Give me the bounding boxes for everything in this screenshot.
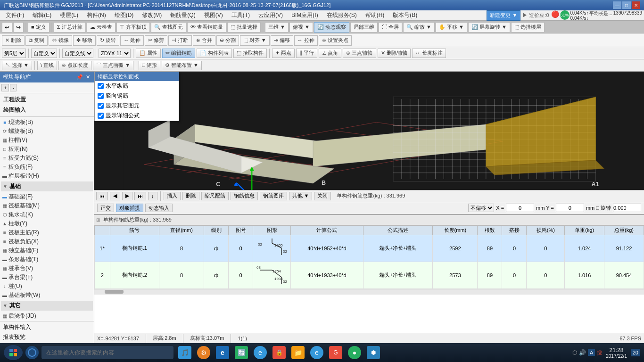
extend-btn[interactable]: ↔ 延伸 <box>120 35 144 46</box>
redo-btn[interactable]: ↪ <box>13 22 24 33</box>
line-type-select[interactable]: 自定义线 <box>62 49 93 58</box>
move-btn[interactable]: ✥ 移动 <box>73 35 96 46</box>
taskbar-search[interactable] <box>41 346 173 359</box>
point-length-btn[interactable]: ⊙ 点加长度 <box>58 61 91 70</box>
align-btn[interactable]: ⬚ 对齐 ▼ <box>240 35 270 46</box>
rebar-lib-btn[interactable]: 钢筋图库 <box>260 192 287 200</box>
three-point-axis-btn[interactable]: ⊙ 三点辅轴 <box>343 49 376 58</box>
tree-strip-found[interactable]: ▬ 条形基础(T) <box>1 255 93 264</box>
offset-btn[interactable]: ⇥ 偏移 <box>271 35 293 46</box>
minimize-button[interactable]: — <box>613 1 621 9</box>
tree-raft-neg[interactable]: ≡ 筏板负筋(X) <box>1 237 93 246</box>
floor-select[interactable]: 第5层 <box>2 49 26 58</box>
nav-down-btn[interactable]: ↓ <box>148 192 157 200</box>
nav-next-btn[interactable]: ▶ <box>122 192 132 200</box>
dynamic-view-btn[interactable]: 🔄 动态观察 <box>314 22 349 33</box>
local-3d-btn[interactable]: 局部三维 <box>350 22 378 33</box>
menu-modify[interactable]: 修改(M) <box>138 10 165 20</box>
batch-select-btn[interactable]: ⬚ 批量选择 <box>227 22 261 33</box>
tree-post-cast[interactable]: ▦ 后浇带(JD) <box>1 312 93 321</box>
arc-btn[interactable]: ⌒ 三点画弧 ▼ <box>93 61 133 70</box>
menu-help[interactable]: 帮助(H) <box>362 10 388 20</box>
panel-add-btn[interactable]: + <box>1 84 9 91</box>
merge-btn[interactable]: ⊕ 合并 <box>193 35 215 46</box>
tree-isolated-found[interactable]: ▦ 独立基础(F) <box>1 246 93 255</box>
table-row[interactable]: 1* 横向钢筋.1 8 ф 0 <box>95 235 644 262</box>
close-button[interactable]: ✕ <box>632 1 640 9</box>
select-btn[interactable]: ↖ 选择 ▼ <box>2 61 32 70</box>
length-mark-btn[interactable]: ↔ 长度标注 <box>412 49 446 58</box>
find-elem-btn[interactable]: 🔍 查找图元 <box>151 22 186 33</box>
tree-section-foundation[interactable]: ▼ 基础 <box>1 181 93 191</box>
tree-raft[interactable]: ▦ 筏板基础(M) <box>1 201 93 210</box>
3d-viewport[interactable]: C B A1 钢筋显示控制面板 水平纵筋 竖向钢筋 <box>94 72 644 190</box>
start-button[interactable] <box>4 345 23 360</box>
scale-btn[interactable]: 缩尺配筋 <box>201 192 229 200</box>
tree-pile[interactable]: ↓ 桩(U) <box>1 282 93 291</box>
check-formula[interactable]: 显示详细公式 <box>95 111 179 121</box>
tree-found-beam[interactable]: ▬ 基础梁(F) <box>1 192 93 201</box>
formula-checkbox[interactable] <box>98 113 104 119</box>
tree-sump[interactable]: ⬡ 集水坑(K) <box>1 210 93 219</box>
tree-section-engineering[interactable]: 工程设置 <box>1 95 92 105</box>
table-scroll[interactable]: 筋号 直径(mm) 级别 图号 图形 计算公式 公式描述 长度(mm) 根数 搭… <box>94 225 644 289</box>
single-comp-btn[interactable]: 单构件输入 <box>2 322 92 332</box>
taskbar-icon-3[interactable]: 🔄 <box>233 344 250 361</box>
tree-cap-beam[interactable]: ▬ 承台梁(F) <box>1 273 93 282</box>
select-floor-btn[interactable]: ⬚ 选择楼层 <box>511 22 545 33</box>
maximize-button[interactable]: □ <box>622 1 631 9</box>
tree-found-band[interactable]: ▬ 基础板带(W) <box>1 291 93 300</box>
taskbar-icon-6[interactable]: 📁 <box>289 344 306 361</box>
table-row[interactable]: 2 横向钢筋.2 8 ф 0 68 <box>95 262 644 288</box>
insert-btn[interactable]: 插入 <box>164 192 181 200</box>
menu-online[interactable]: 在线服务(S) <box>323 10 361 20</box>
taskbar-icon-4[interactable]: e <box>252 344 269 361</box>
rect-btn[interactable]: □ 矩形 <box>139 61 160 70</box>
trim-btn[interactable]: ✂ 修剪 <box>145 35 167 46</box>
rotate-btn[interactable]: ↻ 旋转 <box>97 35 119 46</box>
scrollbar-thumb[interactable] <box>105 290 124 294</box>
menu-file[interactable]: 文件(F) <box>2 10 28 20</box>
ortho-btn[interactable]: 正交 <box>97 204 114 212</box>
smart-place-btn[interactable]: ⚙ 智能布置 ▼ <box>162 61 202 70</box>
taskbar-icon-8[interactable]: G <box>327 344 344 361</box>
tree-pile-cap-t[interactable]: ▦ 桩承台(V) <box>1 264 93 273</box>
define-btn[interactable]: ■ 定义 <box>28 22 50 33</box>
nav-first-btn[interactable]: ⏮ <box>96 192 108 200</box>
menu-tools[interactable]: 工具(T) <box>228 10 254 20</box>
cortana-btn[interactable] <box>25 346 39 359</box>
close-panel-btn[interactable]: 关闭 <box>314 192 331 200</box>
menu-draw[interactable]: 绘图(D) <box>111 10 138 20</box>
vert-checkbox[interactable] <box>98 93 104 99</box>
snap-obj-btn[interactable]: 对象捕提 <box>116 204 143 212</box>
del-axis-btn[interactable]: ✕ 删除辅轴 <box>378 49 411 58</box>
tree-col-pier[interactable]: ▲ 柱墩(Y) <box>1 219 93 228</box>
rebar-info-btn[interactable]: 钢筋信息 <box>231 192 258 200</box>
tree-raft-main[interactable]: ≡ 筏板主筋(R) <box>1 228 93 237</box>
props-btn[interactable]: 📋 属性 <box>136 49 161 58</box>
undo-btn[interactable]: ↩ <box>2 22 12 33</box>
other-checkbox[interactable] <box>98 103 104 109</box>
component-select[interactable]: 自定义 <box>31 49 57 58</box>
nav-prev-btn[interactable]: ◀ <box>110 192 120 200</box>
check-other[interactable]: 显示其它图元 <box>95 101 179 111</box>
other-btn[interactable]: 其他 ▼ <box>289 192 313 200</box>
tree-slab-hole[interactable]: □ 板洞(N) <box>1 145 93 154</box>
clock[interactable]: 21:28 2017/12/1 <box>606 347 627 359</box>
fullscreen-btn[interactable]: ⛶ 全屏 <box>379 22 402 33</box>
nav-last-btn[interactable]: ⏭ <box>134 192 146 200</box>
line-name-select[interactable]: ZDYX-11 <box>99 49 131 58</box>
menu-cloud[interactable]: 云应用(V) <box>255 10 287 20</box>
comp-list-btn[interactable]: 📄 构件列表 <box>197 49 232 58</box>
tree-slab[interactable]: ■ 现浇板(B) <box>1 118 93 127</box>
menu-component[interactable]: 构件(N) <box>83 10 110 20</box>
menu-floor[interactable]: 楼层(L) <box>56 10 82 20</box>
line-btn[interactable]: \ 直线 <box>37 61 57 70</box>
screen-rotate-btn[interactable]: 🔄 屏幕旋转 ▼ <box>468 22 510 33</box>
parallel-btn[interactable]: ∥ 平行 <box>296 49 317 58</box>
menu-edit[interactable]: 编辑(E) <box>29 10 55 20</box>
scrollbar-h[interactable] <box>94 289 644 295</box>
taskbar-icon-2[interactable]: ⚙ <box>195 344 212 361</box>
cloud-check-btn[interactable]: ☁ 云检查 <box>87 22 116 33</box>
copy-btn[interactable]: ⧉ 复制 <box>25 35 48 46</box>
